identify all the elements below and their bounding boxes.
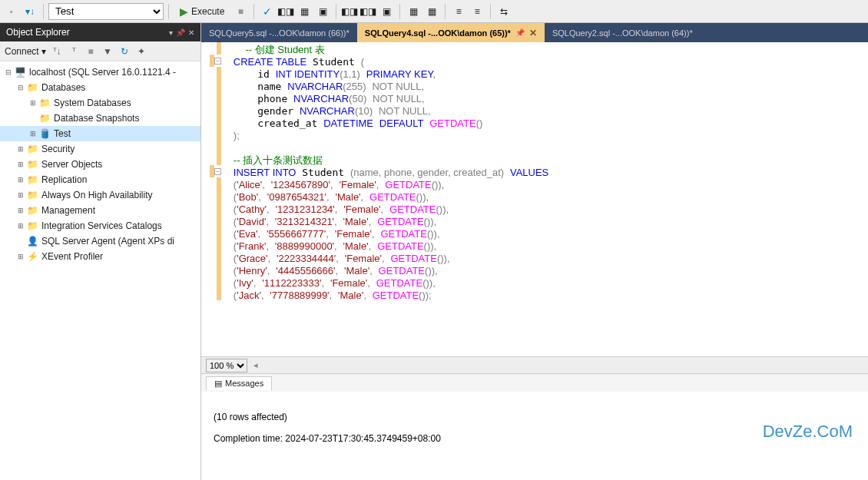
folder-icon: 📁 bbox=[26, 81, 38, 94]
fold-icon[interactable]: − bbox=[214, 168, 221, 175]
node-security[interactable]: ⊞📁Security bbox=[0, 141, 200, 157]
node-database-snapshots[interactable]: 📁Database Snapshots bbox=[0, 111, 200, 126]
toolbar-icon-2[interactable]: ▦ bbox=[296, 3, 313, 20]
messages-text: (10 rows affected) Completion time: 2024… bbox=[214, 412, 441, 444]
tab-query4[interactable]: SQLQuery4.sql -...OOK\damon (65))* 📌 ✕ bbox=[357, 23, 545, 42]
tab-label: SQLQuery2.sql -...OOK\damon (64))* bbox=[552, 28, 693, 38]
object-explorer-panel: Object Explorer ▾ 📌 ✕ Connect ▾ ᵀ↓ ᵀ ■ ▼… bbox=[0, 23, 201, 480]
code-content[interactable]: -- 创建 Student 表 CREATE TABLE Student ( i… bbox=[224, 42, 868, 356]
messages-tab-label: Messages bbox=[225, 379, 263, 388]
parse-button[interactable]: ✓ bbox=[259, 3, 276, 20]
favorites-icon[interactable]: ✦ bbox=[135, 45, 147, 58]
close-icon[interactable]: ✕ bbox=[188, 28, 194, 37]
messages-pane[interactable]: (10 rows affected) Completion time: 2024… bbox=[201, 392, 868, 480]
tab-query5[interactable]: SQLQuery5.sql -...OOK\damon (66))* bbox=[201, 23, 357, 42]
node-test-db[interactable]: ⊞🛢️Test bbox=[0, 126, 200, 141]
fold-icon[interactable]: − bbox=[214, 58, 221, 65]
close-icon[interactable]: ✕ bbox=[529, 28, 537, 38]
folder-icon: 📁 bbox=[26, 220, 38, 232]
node-system-databases[interactable]: ⊞📁System Databases bbox=[0, 95, 200, 111]
folder-icon: 📁 bbox=[26, 204, 38, 217]
play-icon: ▶ bbox=[180, 5, 188, 18]
disconnect-icon[interactable]: ■ bbox=[84, 45, 97, 58]
server-icon: 🖥️ bbox=[14, 66, 26, 78]
node-xevent[interactable]: ⊞⚡XEvent Profiler bbox=[0, 249, 200, 264]
nav-back-icon[interactable]: ◦ bbox=[3, 3, 20, 20]
agent-icon: 👤 bbox=[26, 235, 38, 247]
messages-icon: ▤ bbox=[214, 379, 222, 389]
editor-gutter: − − bbox=[201, 42, 224, 356]
toolbar-icon-4[interactable]: ◧◨ bbox=[341, 3, 358, 20]
tab-label: SQLQuery5.sql -...OOK\damon (66))* bbox=[209, 28, 350, 38]
connect-icon-2[interactable]: ᵀ bbox=[68, 45, 80, 58]
connect-toolbar: Connect ▾ ᵀ↓ ᵀ ■ ▼ ↻ ✦ bbox=[0, 41, 200, 61]
toolbar-icon-8[interactable]: ▦ bbox=[423, 3, 440, 20]
watermark: 开 发 者 DevZe.CoM bbox=[763, 392, 853, 475]
node-management[interactable]: ⊞📁Management bbox=[0, 203, 200, 218]
pin-icon[interactable]: 📌 bbox=[515, 28, 525, 37]
folder-icon: 📁 bbox=[26, 174, 38, 186]
messages-tab[interactable]: ▤ Messages bbox=[206, 376, 272, 390]
sql-editor[interactable]: − − -- 创建 Stud bbox=[201, 42, 868, 356]
folder-icon: 📁 bbox=[26, 158, 38, 170]
node-always-on[interactable]: ⊞📁Always On High Availability bbox=[0, 187, 200, 203]
filter-icon[interactable]: ▼ bbox=[101, 45, 114, 58]
toolbar-icon-6[interactable]: ▣ bbox=[378, 3, 395, 20]
editor-area: SQLQuery5.sql -...OOK\damon (66))* SQLQu… bbox=[201, 23, 868, 480]
object-explorer-titlebar: Object Explorer ▾ 📌 ✕ bbox=[0, 23, 200, 41]
main-toolbar: ◦ ▾↓ Test ▶ Execute ■ ✓ ◧◨ ▦ ▣ ◧◨ ◧◨ ▣ ▦… bbox=[0, 0, 868, 23]
connect-button[interactable]: Connect ▾ bbox=[5, 46, 46, 57]
execute-label: Execute bbox=[191, 6, 224, 17]
node-server-objects[interactable]: ⊞📁Server Objects bbox=[0, 157, 200, 172]
execute-button[interactable]: ▶ Execute bbox=[174, 3, 230, 20]
node-integration[interactable]: ⊞📁Integration Services Catalogs bbox=[0, 218, 200, 233]
xevent-icon: ⚡ bbox=[26, 250, 38, 263]
toolbar-icon-5[interactable]: ◧◨ bbox=[359, 3, 376, 20]
folder-icon: 📁 bbox=[26, 143, 38, 155]
node-server[interactable]: ⊟🖥️localhost (SQL Server 16.0.1121.4 - bbox=[0, 65, 200, 80]
toolbar-icon-10[interactable]: ≡ bbox=[469, 3, 485, 20]
object-explorer-title: Object Explorer bbox=[6, 27, 70, 38]
folder-icon: 📁 bbox=[26, 189, 38, 201]
database-icon: 🛢️ bbox=[38, 127, 51, 140]
node-databases[interactable]: ⊟📁Databases bbox=[0, 80, 200, 95]
stop-button[interactable]: ■ bbox=[232, 3, 249, 20]
dropdown-icon[interactable]: ▾ bbox=[169, 28, 173, 37]
toolbar-icon-9[interactable]: ≡ bbox=[450, 3, 467, 20]
object-tree[interactable]: ⊟🖥️localhost (SQL Server 16.0.1121.4 - ⊟… bbox=[0, 61, 200, 480]
tab-query2[interactable]: SQLQuery2.sql -...OOK\damon (64))* bbox=[545, 23, 701, 42]
editor-tabstrip: SQLQuery5.sql -...OOK\damon (66))* SQLQu… bbox=[201, 23, 868, 42]
zoom-bar: 100 % ◂ bbox=[201, 356, 868, 373]
node-sql-agent[interactable]: 👤SQL Server Agent (Agent XPs di bbox=[0, 233, 200, 249]
toolbar-icon-11[interactable]: ⇆ bbox=[495, 3, 512, 20]
folder-icon: 📁 bbox=[38, 97, 51, 109]
folder-icon: 📁 bbox=[38, 112, 51, 124]
toolbar-icon-1[interactable]: ◧◨ bbox=[277, 3, 294, 20]
node-replication[interactable]: ⊞📁Replication bbox=[0, 172, 200, 187]
pin-icon[interactable]: 📌 bbox=[176, 28, 185, 37]
tree-icon[interactable]: ▾↓ bbox=[22, 3, 38, 20]
results-tabbar: ▤ Messages bbox=[201, 373, 868, 392]
database-selector[interactable]: Test bbox=[48, 3, 164, 20]
zoom-selector[interactable]: 100 % bbox=[206, 359, 247, 372]
tab-label: SQLQuery4.sql -...OOK\damon (65))* bbox=[365, 28, 511, 38]
toolbar-icon-7[interactable]: ▦ bbox=[405, 3, 422, 20]
refresh-icon[interactable]: ↻ bbox=[118, 45, 131, 58]
toolbar-icon-3[interactable]: ▣ bbox=[314, 3, 331, 20]
connect-icon-1[interactable]: ᵀ↓ bbox=[51, 45, 63, 58]
